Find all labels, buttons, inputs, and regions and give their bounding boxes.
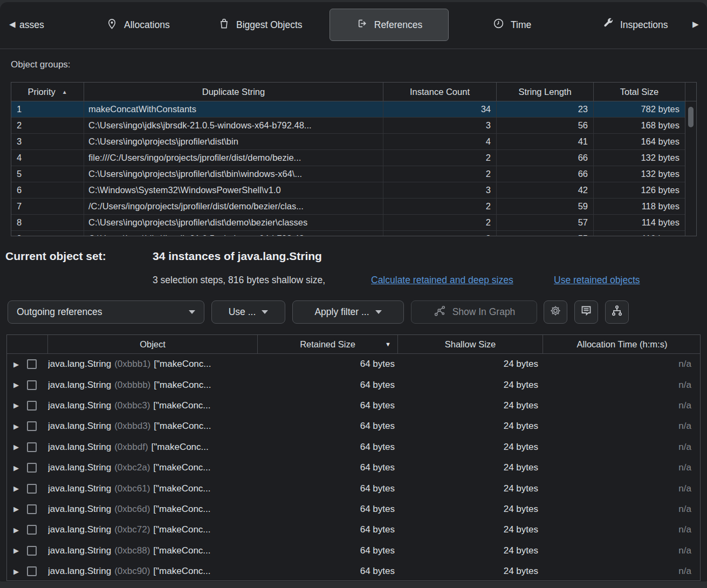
button-label: Show In Graph xyxy=(452,306,516,318)
allocation-time-cell: n/a xyxy=(543,457,700,478)
column-header-instance-count[interactable]: Instance Count xyxy=(383,83,497,101)
row-checkbox[interactable] xyxy=(27,442,37,452)
table-row[interactable]: 6 C:\Windows\System32\WindowsPowerShell\… xyxy=(11,182,685,199)
total-size-cell: 126 bytes xyxy=(594,182,685,198)
table-row[interactable]: 5 C:\Users\ingo\projects\jprofiler\dist\… xyxy=(11,166,685,182)
expand-arrow-icon[interactable]: ▶ xyxy=(13,360,19,368)
apply-filter-dropdown-button[interactable]: Apply filter ... xyxy=(292,300,404,324)
expand-arrow-icon[interactable]: ▶ xyxy=(13,484,19,493)
tab-scroll-left-icon[interactable]: ◀ xyxy=(9,19,16,29)
table-row[interactable]: 1 makeConcatWithConstants 34 23 782 byte… xyxy=(11,101,685,118)
references-header: Object Retained Size ▼ Shallow Size Allo… xyxy=(7,335,700,354)
tab-references[interactable]: References xyxy=(330,9,449,41)
tab-biggest-objects[interactable]: Biggest Objects xyxy=(218,9,303,41)
column-header-total-size[interactable]: Total Size xyxy=(594,83,685,101)
chevron-down-icon xyxy=(375,310,382,314)
use-dropdown-button[interactable]: Use ... xyxy=(211,300,285,324)
row-checkbox[interactable] xyxy=(27,566,37,576)
string-length-cell: 56 xyxy=(497,118,594,133)
object-cell: java.lang.String (0xbc61) ["makeConc... xyxy=(48,478,258,498)
object-value-preview: ["makeConc... xyxy=(153,483,210,494)
table-row[interactable]: ▶ java.lang.String (0xbc72) ["makeConc..… xyxy=(7,519,700,540)
calculate-retained-sizes-link[interactable]: Calculate retained and deep sizes xyxy=(371,275,513,286)
table-row[interactable]: ▶ java.lang.String (0xbbd3) ["makeConc..… xyxy=(7,416,700,436)
row-checkbox[interactable] xyxy=(27,401,37,411)
scrollbar-thumb[interactable] xyxy=(688,107,694,127)
table-row[interactable]: 8 C:\Users\ingo\projects\jprofiler\dist\… xyxy=(11,215,685,231)
column-label: Object xyxy=(140,339,166,350)
row-checkbox[interactable] xyxy=(27,380,37,390)
table-row[interactable]: ▶ java.lang.String (0xbc6d) ["makeConc..… xyxy=(7,499,700,519)
tab-scroll-right-icon[interactable]: ▶ xyxy=(692,19,699,29)
reference-view-dropdown[interactable]: Outgoing references xyxy=(8,300,204,324)
vertical-scrollbar[interactable] xyxy=(685,101,696,236)
tab-inspections[interactable]: Inspections xyxy=(602,9,668,41)
column-header-shallow-size[interactable]: Shallow Size xyxy=(398,335,543,353)
shallow-size-cell: 24 bytes xyxy=(398,437,543,457)
settings-button[interactable] xyxy=(544,300,567,324)
expand-arrow-icon[interactable]: ▶ xyxy=(13,443,19,451)
table-row[interactable]: ▶ java.lang.String (0xbc61) ["makeConc..… xyxy=(7,478,700,498)
object-value-preview: ["makeConc... xyxy=(153,400,210,411)
expand-arrow-icon[interactable]: ▶ xyxy=(13,464,19,472)
object-address: (0xbc2a) xyxy=(114,462,150,473)
column-header-allocation-time[interactable]: Allocation Time (h:m:s) xyxy=(543,335,701,353)
column-header-string-length[interactable]: String Length xyxy=(497,83,594,101)
tab-allocations[interactable]: Allocations xyxy=(106,9,170,41)
column-header-duplicate-string[interactable]: Duplicate String xyxy=(84,83,383,101)
table-row[interactable]: 2 C:\Users\ingo\jdks\jbrsdk-21.0.5-windo… xyxy=(11,118,685,134)
expand-arrow-icon[interactable]: ▶ xyxy=(13,505,19,513)
tab-label: Allocations xyxy=(124,19,170,31)
expand-arrow-icon[interactable]: ▶ xyxy=(13,401,19,409)
tab-label: asses xyxy=(19,19,44,31)
row-checkbox[interactable] xyxy=(27,359,37,369)
row-checkbox[interactable] xyxy=(27,421,37,431)
retained-size-cell: 64 bytes xyxy=(258,374,398,395)
table-row[interactable]: 4 file:///C:/Users/ingo/projects/jprofil… xyxy=(11,150,685,166)
tab-time[interactable]: Time xyxy=(492,9,531,41)
row-checkbox[interactable] xyxy=(27,546,37,556)
column-header-priority[interactable]: Priority ▲ xyxy=(11,83,84,101)
table-row[interactable]: 3 C:\Users\ingo\projects\jprofiler\dist\… xyxy=(11,134,685,150)
priority-cell: 3 xyxy=(11,134,84,149)
tree-hierarchy-button[interactable] xyxy=(605,300,629,324)
table-row[interactable]: ▶ java.lang.String (0xbbc3) ["makeConc..… xyxy=(7,395,700,416)
row-checkbox[interactable] xyxy=(27,463,37,473)
table-row[interactable]: ▶ java.lang.String (0xbbdf) ["makeConc..… xyxy=(7,437,700,457)
use-retained-objects-link[interactable]: Use retained objects xyxy=(554,275,640,286)
expand-arrow-icon[interactable]: ▶ xyxy=(13,568,19,576)
object-class: java.lang.String xyxy=(48,545,111,556)
table-row[interactable]: ▶ java.lang.String (0xbc88) ["makeConc..… xyxy=(7,541,700,561)
column-header-object[interactable]: Object xyxy=(48,335,258,353)
allocation-time-cell: n/a xyxy=(543,561,700,581)
total-size-cell: 164 bytes xyxy=(594,134,685,149)
expand-arrow-icon[interactable]: ▶ xyxy=(13,381,19,389)
expand-arrow-icon[interactable]: ▶ xyxy=(13,422,19,430)
expand-arrow-icon[interactable]: ▶ xyxy=(13,546,19,555)
expand-arrow-icon[interactable]: ▶ xyxy=(13,526,19,534)
object-value-preview: ["makeConc... xyxy=(152,442,209,453)
instance-count-cell: 3 xyxy=(383,118,497,133)
table-row[interactable]: ▶ java.lang.String (0xbc2a) ["makeConc..… xyxy=(7,457,700,478)
tab-classes-partial[interactable]: asses xyxy=(19,9,44,41)
row-checkbox[interactable] xyxy=(27,504,37,514)
table-row[interactable]: ▶ java.lang.String (0xbbbb) ["makeConc..… xyxy=(7,374,700,395)
shallow-size-cell: 24 bytes xyxy=(398,499,543,519)
shallow-size-cell: 24 bytes xyxy=(398,561,543,581)
instance-count-cell: 2 xyxy=(383,166,497,182)
table-row[interactable]: 9 C:\Users\ingo\jdks\jbrsdk-21.0.5-windo… xyxy=(11,231,685,236)
instance-count-cell: 2 xyxy=(383,215,497,230)
column-label: String Length xyxy=(518,87,571,97)
allocation-time-cell: n/a xyxy=(543,519,700,540)
table-row[interactable]: 7 /C:/Users/ingo/projects/jprofiler/dist… xyxy=(11,199,685,215)
comment-button[interactable] xyxy=(574,300,598,324)
duplicate-string-cell: C:\Users\ingo\jdks\jbrsdk-21.0.5-windows… xyxy=(84,118,383,133)
retained-size-cell: 64 bytes xyxy=(258,561,398,581)
table-row[interactable]: ▶ java.lang.String (0xbbb1) ["makeConc..… xyxy=(7,354,700,374)
object-class: java.lang.String xyxy=(48,504,111,515)
table-row[interactable]: ▶ java.lang.String (0xbc90) ["makeConc..… xyxy=(7,561,700,581)
row-checkbox[interactable] xyxy=(27,525,37,535)
show-in-graph-button[interactable]: Show In Graph xyxy=(411,300,537,324)
column-header-retained-size[interactable]: Retained Size ▼ xyxy=(258,335,398,353)
row-checkbox[interactable] xyxy=(27,484,37,494)
